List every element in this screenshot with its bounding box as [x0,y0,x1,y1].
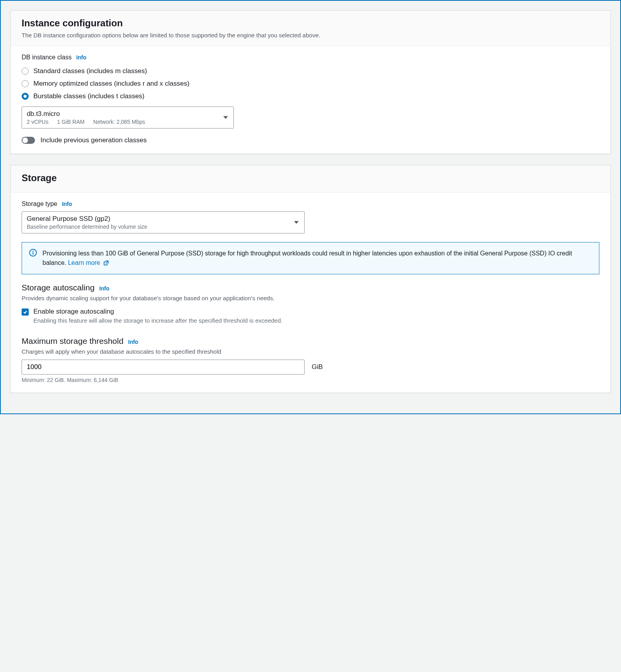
info-link[interactable]: Info [62,201,72,207]
ram-value: 1 GiB RAM [57,119,85,125]
chevron-down-icon [294,221,299,224]
svg-rect-2 [33,252,33,255]
select-primary: General Purpose SSD (gp2) [27,215,288,223]
storage-autoscaling-desc: Provides dynamic scaling support for you… [22,294,599,302]
threshold-hint: Minimum: 22 GiB. Maximum: 6,144 GiB [22,377,599,383]
info-link[interactable]: Info [99,285,110,292]
radio-icon-selected [22,93,29,100]
panel-header: Storage [11,165,610,193]
info-link[interactable]: Info [128,339,138,345]
chevron-down-icon [223,116,228,119]
alert-text: Provisioning less than 100 GiB of Genera… [42,249,592,268]
radio-icon [22,80,29,87]
enable-autoscaling-checkbox[interactable] [22,308,29,316]
info-link[interactable]: Info [76,54,86,61]
info-icon [29,249,37,257]
radio-standard-classes[interactable]: Standard classes (includes m classes) [22,65,599,77]
max-threshold-desc: Charges will apply when your database au… [22,347,599,356]
storage-provisioning-alert: Provisioning less than 100 GiB of Genera… [22,242,599,274]
storage-panel: Storage Storage type Info General Purpos… [10,165,611,393]
checkbox-label: Enable storage autoscaling [33,308,283,316]
panel-header: Instance configuration The DB instance c… [11,11,610,46]
select-secondary: Baseline performance determined by volum… [27,224,288,230]
storage-autoscaling-title: Storage autoscaling [22,283,95,292]
learn-more-link[interactable]: Learn more [68,259,109,266]
network-value: Network: 2,085 Mbps [93,119,145,125]
select-primary: db.t3.micro [27,110,218,118]
db-instance-class-label: DB instance class [22,54,72,61]
external-link-icon [103,260,109,266]
toggle-label: Include previous generation classes [40,136,147,144]
max-threshold-title: Maximum storage threshold [22,336,123,345]
unit-label: GiB [312,363,323,371]
vcpus-value: 2 vCPUs [27,119,48,125]
radio-label: Memory optimized classes (includes r and… [33,80,189,88]
panel-subtitle: The DB instance configuration options be… [22,31,599,39]
toggle-knob [22,138,28,143]
radio-burstable-classes[interactable]: Burstable classes (includes t classes) [22,90,599,103]
storage-type-label: Storage type [22,200,57,207]
checkbox-description: Enabling this feature will allow the sto… [33,316,283,325]
max-threshold-input[interactable] [22,360,305,375]
instance-size-select[interactable]: db.t3.micro 2 vCPUs 1 GiB RAM Network: 2… [22,106,234,129]
instance-configuration-panel: Instance configuration The DB instance c… [10,10,611,154]
radio-memory-optimized-classes[interactable]: Memory optimized classes (includes r and… [22,77,599,90]
radio-label: Burstable classes (includes t classes) [33,92,145,100]
panel-title: Instance configuration [22,18,599,29]
instance-class-radio-group: Standard classes (includes m classes) Me… [22,65,599,103]
storage-type-select[interactable]: General Purpose SSD (gp2) Baseline perfo… [22,211,305,233]
radio-icon [22,68,29,75]
previous-generation-toggle[interactable] [22,137,35,144]
alert-message: Provisioning less than 100 GiB of Genera… [42,250,572,266]
svg-point-1 [33,250,34,252]
check-icon [23,310,28,314]
select-secondary: 2 vCPUs 1 GiB RAM Network: 2,085 Mbps [27,119,218,125]
panel-title: Storage [22,173,599,184]
radio-label: Standard classes (includes m classes) [33,67,147,75]
